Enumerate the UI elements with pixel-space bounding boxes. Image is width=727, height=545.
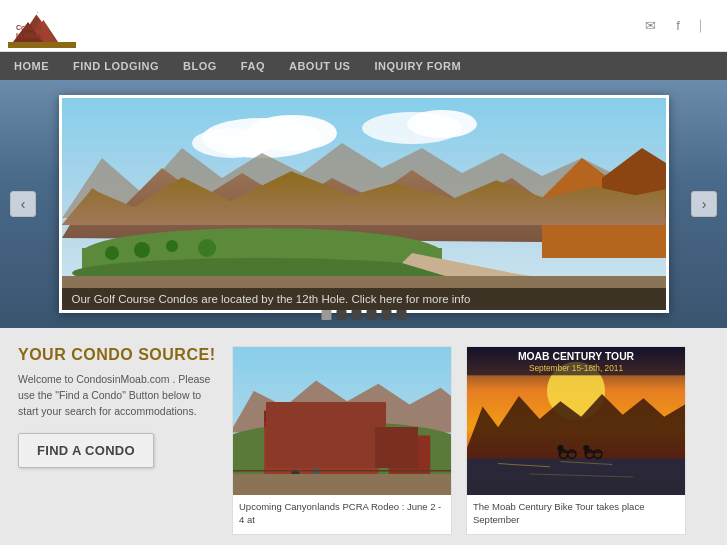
dot-6[interactable] bbox=[396, 310, 406, 320]
svg-point-24 bbox=[105, 246, 119, 260]
nav-about[interactable]: ABOUT US bbox=[289, 60, 350, 72]
logo[interactable]: Condos In Moab bbox=[8, 4, 76, 48]
condo-source-description: Welcome to CondosinMoab.com . Please use… bbox=[18, 372, 218, 419]
svg-rect-33 bbox=[306, 427, 322, 439]
card-moab-century-image: MOAB CENTURY TOUR September 15-18th, 201… bbox=[467, 347, 685, 495]
svg-point-22 bbox=[166, 240, 178, 252]
dot-3[interactable] bbox=[351, 310, 361, 320]
card-canyonlands-image bbox=[233, 347, 451, 495]
left-panel: YOUR CONDO SOURCE! Welcome to CondosinMo… bbox=[18, 346, 218, 535]
svg-text:Condos: Condos bbox=[16, 24, 42, 31]
svg-point-12 bbox=[407, 110, 477, 138]
card1-landscape bbox=[233, 347, 451, 495]
slider-image bbox=[62, 98, 666, 310]
svg-point-21 bbox=[134, 242, 150, 258]
card2-landscape: MOAB CENTURY TOUR September 15-18th, 201… bbox=[467, 347, 685, 495]
svg-rect-32 bbox=[280, 427, 296, 439]
condo-source-title: YOUR CONDO SOURCE! bbox=[18, 346, 218, 364]
nav-home[interactable]: HOME bbox=[14, 60, 49, 72]
svg-rect-4 bbox=[8, 42, 76, 48]
card-canyonlands: Upcoming Canyonlands PCRA Rodeo : June 2… bbox=[232, 346, 452, 535]
dot-5[interactable] bbox=[381, 310, 391, 320]
header: Condos In Moab ✉ f ⎸ bbox=[0, 0, 727, 52]
email-icon[interactable]: ✉ bbox=[641, 17, 659, 35]
hero-section: ‹ bbox=[0, 80, 727, 328]
navigation: HOME FIND LODGING BLOG FAQ ABOUT US INQU… bbox=[0, 52, 727, 80]
image-slider: Our Golf Course Condos are located by th… bbox=[59, 95, 669, 313]
nav-inquiry[interactable]: INQUIRY FORM bbox=[374, 60, 461, 72]
slider-prev-arrow[interactable]: ‹ bbox=[10, 191, 36, 217]
svg-rect-40 bbox=[233, 474, 451, 495]
svg-text:MOAB CENTURY TOUR: MOAB CENTURY TOUR bbox=[518, 351, 635, 362]
nav-faq[interactable]: FAQ bbox=[241, 60, 265, 72]
nav-blog[interactable]: BLOG bbox=[183, 60, 217, 72]
header-social-icons: ✉ f ⎸ bbox=[641, 17, 715, 35]
dot-1[interactable] bbox=[321, 310, 331, 320]
card-canyonlands-caption: Upcoming Canyonlands PCRA Rodeo : June 2… bbox=[233, 495, 451, 532]
caption-text: Our Golf Course Condos are located by th… bbox=[72, 293, 471, 305]
svg-rect-30 bbox=[264, 419, 378, 427]
svg-point-27 bbox=[233, 422, 451, 464]
svg-rect-34 bbox=[332, 427, 348, 439]
facebook-icon[interactable]: f bbox=[669, 17, 687, 35]
svg-rect-31 bbox=[264, 411, 378, 421]
rss-icon[interactable]: ⎸ bbox=[697, 17, 715, 35]
svg-text:September 15-18th, 2011: September 15-18th, 2011 bbox=[529, 363, 623, 373]
bottom-content: YOUR CONDO SOURCE! Welcome to CondosinMo… bbox=[0, 328, 727, 545]
svg-text:In Moab: In Moab bbox=[16, 32, 42, 39]
find-condo-button[interactable]: FIND A CONDO bbox=[18, 433, 154, 468]
dot-4[interactable] bbox=[366, 310, 376, 320]
svg-point-10 bbox=[192, 128, 272, 158]
slider-caption: Our Golf Course Condos are located by th… bbox=[62, 288, 666, 310]
slider-dots bbox=[321, 310, 406, 320]
card-moab-century: MOAB CENTURY TOUR September 15-18th, 201… bbox=[466, 346, 686, 535]
card-moab-century-caption: The Moab Century Bike Tour takes place S… bbox=[467, 495, 685, 532]
svg-rect-29 bbox=[264, 419, 378, 476]
logo-image: Condos In Moab bbox=[8, 4, 76, 48]
svg-point-23 bbox=[198, 239, 216, 257]
nav-find-lodging[interactable]: FIND LODGING bbox=[73, 60, 159, 72]
slider-next-arrow[interactable]: › bbox=[691, 191, 717, 217]
dot-2[interactable] bbox=[336, 310, 346, 320]
